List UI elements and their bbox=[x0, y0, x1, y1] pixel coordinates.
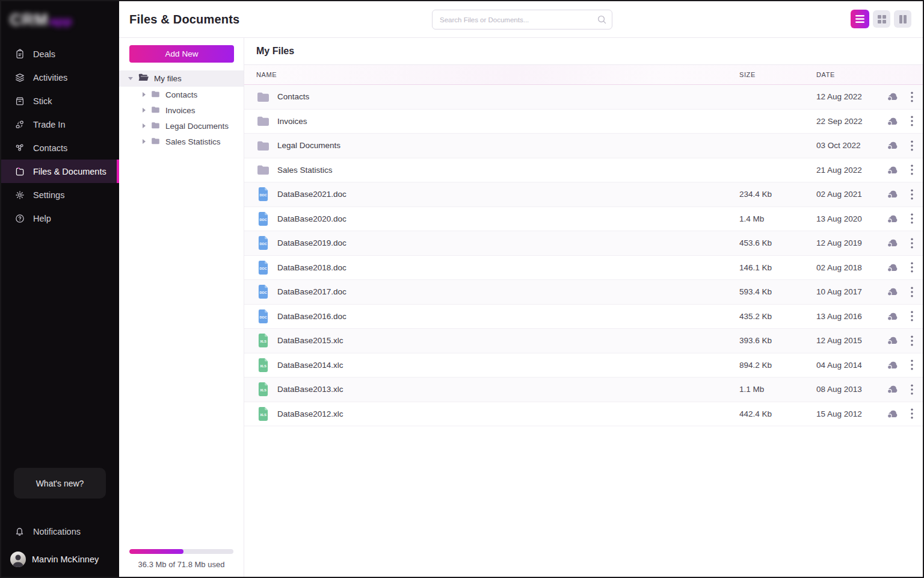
cloud-sync-button[interactable] bbox=[886, 360, 899, 370]
file-table: My Files NAME SIZE DATE Contacts 12 Aug … bbox=[244, 38, 923, 577]
row-menu-button[interactable] bbox=[911, 238, 913, 249]
grid-view-button[interactable] bbox=[873, 10, 890, 28]
row-menu-button[interactable] bbox=[911, 335, 913, 346]
xls-file-icon: XLS bbox=[256, 334, 270, 347]
user-profile[interactable]: Marvin McKinney bbox=[1, 549, 119, 570]
sidebar-item-activities[interactable]: Activities bbox=[1, 66, 119, 89]
file-name: DataBase2016.doc bbox=[277, 312, 346, 321]
cloud-sync-button[interactable] bbox=[886, 384, 899, 394]
main-column: Files & Documents Add New My files bbox=[119, 1, 923, 577]
table-row[interactable]: DOC DataBase2019.doc 453.6 Kb 12 Aug 201… bbox=[244, 231, 923, 256]
cloud-sync-button[interactable] bbox=[886, 409, 899, 419]
row-menu-button[interactable] bbox=[911, 311, 913, 322]
sidebar-item-trade-in[interactable]: Trade In bbox=[1, 113, 119, 136]
cloud-sync-button[interactable] bbox=[886, 311, 899, 322]
cloud-sync-button[interactable] bbox=[886, 165, 899, 175]
row-menu-button[interactable] bbox=[911, 140, 913, 151]
row-menu-button[interactable] bbox=[911, 213, 913, 224]
file-date: 08 Aug 2013 bbox=[816, 385, 886, 394]
cloud-sync-button[interactable] bbox=[886, 189, 899, 199]
row-menu-button[interactable] bbox=[911, 164, 913, 175]
cloud-sync-button[interactable] bbox=[886, 287, 899, 297]
storage-bar-track bbox=[129, 549, 233, 554]
tree-item-contacts[interactable]: Contacts bbox=[119, 87, 244, 102]
sidebar-spacer bbox=[1, 230, 119, 468]
sidebar-item-stick[interactable]: Stick bbox=[1, 89, 119, 113]
row-menu-button[interactable] bbox=[911, 384, 913, 395]
cloud-sync-button[interactable] bbox=[886, 116, 899, 126]
svg-text:XLS: XLS bbox=[260, 340, 266, 344]
table-row[interactable]: DOC DataBase2016.doc 435.2 Kb 13 Aug 201… bbox=[244, 305, 923, 329]
table-row[interactable]: DOC DataBase2018.doc 146.1 Kb 02 Aug 201… bbox=[244, 256, 923, 281]
cloud-sync-button[interactable] bbox=[886, 214, 899, 224]
logo-text: CRM bbox=[10, 11, 49, 29]
table-row[interactable]: Legal Documents 03 Oct 2022 bbox=[244, 134, 923, 158]
chevron-right-icon bbox=[143, 92, 146, 97]
whats-new-button[interactable]: What's new? bbox=[14, 468, 106, 499]
table-row[interactable]: XLS DataBase2012.xlc 442.4 Kb 15 Aug 201… bbox=[244, 402, 923, 427]
column-view-button[interactable] bbox=[894, 10, 911, 28]
sidebar-item-files-documents[interactable]: Files & Documents bbox=[1, 160, 119, 183]
table-row[interactable]: DOC DataBase2020.doc 1.4 Mb 13 Aug 2020 bbox=[244, 207, 923, 232]
row-menu-button[interactable] bbox=[911, 359, 913, 370]
cloud-sync-button[interactable] bbox=[886, 92, 899, 102]
tree-item-label: Invoices bbox=[165, 106, 196, 115]
table-row[interactable]: XLS DataBase2014.xlc 894.2 Kb 04 Aug 201… bbox=[244, 353, 923, 378]
table-row[interactable]: DOC DataBase2017.doc 593.4 Kb 10 Aug 201… bbox=[244, 280, 923, 305]
tree-item-my-files[interactable]: My files bbox=[119, 70, 244, 87]
folder-icon bbox=[256, 164, 270, 175]
content: Add New My files Contacts Invoices Legal… bbox=[119, 38, 923, 577]
file-size: 894.2 Kb bbox=[739, 361, 816, 370]
cloud-sync-button[interactable] bbox=[886, 238, 899, 248]
file-date: 12 Aug 2015 bbox=[816, 336, 886, 345]
column-header-size: SIZE bbox=[739, 71, 816, 78]
sidebar-item-deals[interactable]: Deals bbox=[1, 42, 119, 66]
table-row[interactable]: Invoices 22 Sep 2022 bbox=[244, 110, 923, 134]
row-menu-button[interactable] bbox=[911, 287, 913, 297]
sidebar-item-label: Stick bbox=[33, 96, 52, 106]
svg-text:XLS: XLS bbox=[260, 389, 266, 393]
file-size: 146.1 Kb bbox=[739, 263, 816, 272]
search-input[interactable] bbox=[432, 10, 612, 30]
row-menu-button[interactable] bbox=[911, 92, 913, 102]
tree-item-sales-statistics[interactable]: Sales Statistics bbox=[119, 134, 244, 149]
row-menu-button[interactable] bbox=[911, 408, 913, 419]
table-title: My Files bbox=[244, 38, 923, 65]
row-menu-button[interactable] bbox=[911, 189, 913, 200]
sidebar-item-contacts[interactable]: Contacts bbox=[1, 136, 119, 160]
cloud-sync-button[interactable] bbox=[886, 140, 899, 151]
row-menu-button[interactable] bbox=[911, 116, 913, 126]
add-new-button[interactable]: Add New bbox=[129, 45, 234, 63]
row-menu-button[interactable] bbox=[911, 262, 913, 273]
tree-item-legal-documents[interactable]: Legal Documents bbox=[119, 118, 244, 134]
file-name: DataBase2019.doc bbox=[277, 238, 346, 247]
sidebar-nav: Deals Activities Stick Trade In Contacts… bbox=[1, 42, 119, 230]
table-row[interactable]: DOC DataBase2021.doc 234.4 Kb 02 Aug 202… bbox=[244, 182, 923, 207]
help-icon bbox=[14, 213, 25, 224]
file-name: Sales Statistics bbox=[277, 166, 333, 175]
table-row[interactable]: Contacts 12 Aug 2022 bbox=[244, 85, 923, 110]
notifications-item[interactable]: Notifications bbox=[1, 524, 119, 539]
table-row[interactable]: XLS DataBase2013.xlc 1.1 Mb 08 Aug 2013 bbox=[244, 378, 923, 402]
sidebar-item-settings[interactable]: Settings bbox=[1, 183, 119, 207]
cloud-sync-button[interactable] bbox=[886, 263, 899, 273]
table-row[interactable]: Sales Statistics 21 Aug 2022 bbox=[244, 158, 923, 183]
svg-text:XLS: XLS bbox=[260, 364, 266, 368]
file-size: 453.6 Kb bbox=[739, 238, 816, 247]
sidebar: CRMapp Deals Activities Stick Trade In C… bbox=[1, 1, 119, 577]
cloud-sync-button[interactable] bbox=[886, 335, 899, 346]
sidebar-item-label: Files & Documents bbox=[33, 167, 106, 176]
svg-text:DOC: DOC bbox=[259, 291, 266, 295]
file-size: 435.2 Kb bbox=[739, 312, 816, 321]
table-row[interactable]: XLS DataBase2015.xlc 393.6 Kb 12 Aug 201… bbox=[244, 329, 923, 353]
tree-item-invoices[interactable]: Invoices bbox=[119, 102, 244, 118]
folder-icon bbox=[151, 137, 160, 146]
sidebar-item-help[interactable]: Help bbox=[1, 207, 119, 230]
folder-icon bbox=[151, 90, 160, 99]
file-date: 13 Aug 2016 bbox=[816, 312, 886, 321]
doc-file-icon: DOC bbox=[256, 212, 270, 226]
list-view-button[interactable] bbox=[851, 10, 869, 28]
file-size: 593.4 Kb bbox=[739, 287, 816, 296]
doc-file-icon: DOC bbox=[256, 261, 270, 275]
search-box bbox=[432, 10, 612, 30]
